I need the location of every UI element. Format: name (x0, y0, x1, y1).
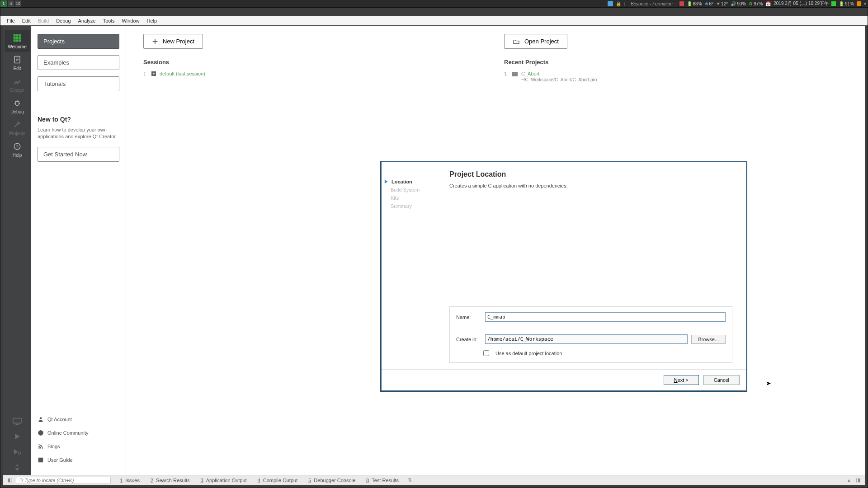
battery-2: 🔋91% (839, 1, 854, 6)
workspace-1[interactable]: 1 (0, 0, 7, 7)
svg-rect-4 (16, 37, 19, 39)
now-playing: Beyoncé - Formation (631, 1, 673, 6)
session-index: 1 (143, 71, 148, 76)
tab-tutorials[interactable]: Tutorials (38, 76, 119, 91)
qt-creator-window: File Edit Build Debug Analyze Tools Wind… (0, 7, 868, 488)
tray-orange-icon[interactable] (857, 1, 861, 6)
mode-welcome[interactable]: Welcome (5, 30, 30, 52)
locator[interactable] (16, 477, 111, 484)
mode-help[interactable]: ? Help (5, 139, 30, 160)
workspace-switcher[interactable]: 1 4 10 (0, 0, 22, 7)
button-label: Open Project (524, 38, 559, 45)
tray-green-icon[interactable] (831, 1, 836, 6)
sidebar-toggle-icon[interactable]: ◧ (6, 477, 14, 483)
recent-project-item[interactable]: 1 C_Abort ~/C_Workspace/C_Abort/C_Abort.… (504, 71, 848, 82)
svg-rect-0 (14, 34, 16, 37)
menu-help[interactable]: Help (143, 17, 161, 25)
run-debug-button[interactable] (5, 444, 30, 460)
pane-search[interactable]: 2Search Results (146, 478, 194, 483)
right-sidebar-toggle-icon[interactable]: ◨ (854, 477, 862, 483)
menu-analyze[interactable]: Analyze (75, 17, 99, 25)
project-name: C_Abort (521, 71, 597, 76)
workspace-10[interactable]: 10 (15, 0, 21, 7)
svg-point-23 (18, 452, 21, 455)
pane-issues[interactable]: 1Issues (115, 478, 144, 483)
link-user-guide[interactable]: User Guide (38, 453, 119, 467)
panes-expand-icon[interactable]: ⇅ (405, 477, 415, 483)
new-project-wizard: Location Build System Kits Summary Proje… (381, 161, 747, 391)
cancel-button[interactable]: Cancel (703, 375, 740, 385)
mode-label: Edit (13, 66, 21, 71)
svg-point-31 (20, 479, 23, 481)
mode-bar: Welcome Edit Design Debug Projects ? Hel… (3, 26, 31, 475)
tray-app-icon[interactable] (608, 1, 613, 6)
menu-debug[interactable]: Debug (52, 17, 74, 25)
wizard-step-location: Location (384, 178, 443, 186)
book-icon (38, 457, 44, 463)
tray-lock-icon[interactable]: 🔒 (616, 1, 621, 6)
edit-icon (12, 55, 22, 65)
next-button[interactable]: Next > (664, 375, 699, 385)
welcome-content: New Project Sessions 1 default (last ses… (126, 26, 865, 475)
get-started-button[interactable]: Get Started Now (38, 147, 119, 162)
weather-hi: ☀12° (716, 1, 728, 6)
link-blogs[interactable]: Blogs (38, 440, 119, 453)
pane-debugger[interactable]: 5Debugger Console (304, 478, 360, 483)
calendar-icon: 📅 (765, 1, 771, 6)
plus-icon (152, 38, 158, 45)
svg-rect-3 (14, 37, 16, 39)
pane-compile[interactable]: 4Compile Output (253, 478, 302, 483)
session-name: default (last session) (160, 71, 205, 76)
mode-edit[interactable]: Edit (5, 52, 30, 74)
menu-window[interactable]: Window (118, 17, 143, 25)
workspace-4[interactable]: 4 (8, 0, 14, 7)
browse-button[interactable]: Browse... (691, 335, 726, 344)
project-path: ~/C_Workspace/C_Abort/C_Abort.pro (521, 77, 597, 82)
link-label: Online Community (47, 430, 88, 436)
mode-label: Debug (10, 109, 24, 114)
menu-file[interactable]: File (3, 17, 19, 25)
sessions-heading: Sessions (143, 59, 487, 66)
pane-appout[interactable]: 3Application Output (196, 478, 251, 483)
volume[interactable]: 🔊90% (731, 1, 746, 6)
link-community[interactable]: Online Community (38, 426, 119, 440)
tray-caret-icon[interactable]: ▾ (864, 1, 866, 6)
mode-label: Help (13, 153, 22, 158)
run-button[interactable] (5, 429, 30, 444)
menu-tools[interactable]: Tools (99, 17, 118, 25)
window-titlebar[interactable] (0, 8, 868, 16)
link-label: User Guide (47, 457, 73, 463)
tab-projects[interactable]: Projects (38, 34, 119, 49)
button-label: New Project (163, 38, 194, 45)
project-index: 1 (504, 71, 509, 76)
svg-rect-5 (19, 37, 21, 39)
arrow-right-icon (384, 179, 389, 184)
output-up-icon[interactable]: ▴ (846, 477, 852, 483)
menu-edit[interactable]: Edit (19, 17, 34, 25)
open-project-button[interactable]: Open Project (504, 34, 567, 49)
svg-rect-8 (19, 39, 21, 42)
create-in-input[interactable] (485, 334, 688, 344)
svg-point-28 (38, 447, 40, 449)
welcome-page: Projects Examples Tutorials New to Qt? L… (31, 26, 865, 475)
link-qt-account[interactable]: Qt Account (38, 413, 119, 426)
svg-text:?: ? (16, 144, 19, 149)
mode-label: Welcome (8, 44, 27, 49)
svg-rect-2 (19, 34, 21, 37)
menu-build: Build (34, 17, 52, 25)
locator-input[interactable] (24, 478, 108, 483)
project-name-input[interactable] (485, 312, 726, 322)
menu-bar[interactable]: File Edit Build Debug Analyze Tools Wind… (0, 16, 868, 26)
session-item[interactable]: 1 default (last session) (143, 71, 487, 76)
svg-point-24 (40, 417, 42, 419)
default-location-checkbox[interactable] (483, 350, 489, 356)
tab-examples[interactable]: Examples (38, 55, 119, 70)
pane-tests[interactable]: 8Test Results (362, 478, 403, 483)
mode-debug[interactable]: Debug (5, 95, 30, 117)
system-bar: 1 4 10 🔒 | Beyoncé - Formation | 🔋88% ❄6… (0, 0, 868, 7)
build-button[interactable] (5, 460, 30, 475)
target-selector[interactable] (5, 413, 30, 429)
datetime: 2019 3月 05 (二) 10:29下午 (774, 0, 829, 7)
new-project-button[interactable]: New Project (143, 34, 203, 49)
new-to-qt-heading: New to Qt? (38, 116, 119, 123)
